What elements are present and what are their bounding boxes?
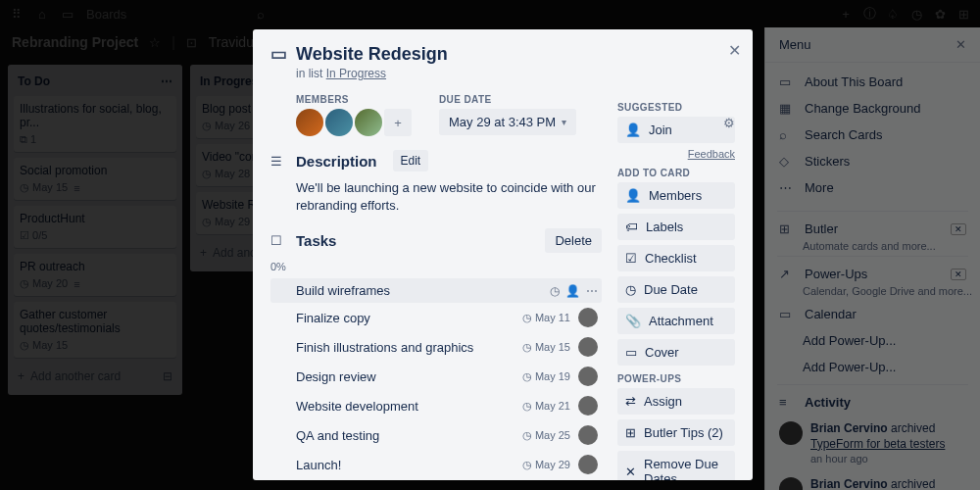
side-icon: ☑: [625, 251, 637, 266]
task-date[interactable]: ◷ May 29: [522, 459, 570, 471]
task-avatar[interactable]: [578, 425, 598, 445]
task-avatar[interactable]: [578, 337, 598, 357]
task-avatar[interactable]: [578, 367, 598, 386]
user-icon: 👤: [625, 122, 641, 137]
checklist-item[interactable]: Finish illustrations and graphics◷ May 1…: [270, 332, 602, 362]
task-avatar[interactable]: [578, 396, 598, 416]
card-modal: ✕ ▭ Website Redesign in list In Progress…: [253, 29, 753, 480]
task-date[interactable]: ◷ May 19: [522, 370, 570, 383]
powerup-button[interactable]: ⇄Assign: [617, 388, 735, 415]
more-icon[interactable]: ⋯: [586, 284, 598, 298]
suggested-label: SUGGESTED: [617, 102, 735, 113]
add-member-button[interactable]: +: [384, 109, 412, 136]
powerup-button[interactable]: ✕Remove Due Dates: [617, 451, 735, 480]
powerups-label: POWER-UPS: [617, 373, 735, 384]
side-button[interactable]: ◷Due Date: [617, 276, 735, 303]
member-avatar[interactable]: [296, 109, 323, 136]
edit-button[interactable]: Edit: [393, 150, 429, 172]
add-to-card-label: ADD TO CARD: [617, 168, 735, 178]
card-icon: ▭: [270, 43, 286, 65]
clock-icon[interactable]: ◷: [550, 284, 560, 298]
side-button[interactable]: 📎Attachment: [617, 308, 735, 334]
due-date-button[interactable]: May 29 at 3:43 PM▾: [439, 109, 576, 135]
close-icon[interactable]: ✕: [728, 41, 741, 60]
member-avatar[interactable]: [355, 109, 382, 136]
task-avatar[interactable]: [578, 308, 598, 327]
checklist-item[interactable]: QA and testing◷ May 25: [270, 420, 602, 450]
member-avatar[interactable]: [325, 109, 353, 136]
task-date[interactable]: ◷ May 25: [522, 429, 570, 442]
side-button[interactable]: ☑Checklist: [617, 245, 735, 271]
side-icon: 🏷: [625, 220, 638, 234]
gear-icon[interactable]: ⚙: [723, 116, 735, 130]
side-button[interactable]: 👤Members: [617, 182, 735, 209]
list-link[interactable]: In Progress: [326, 67, 386, 80]
feedback-link[interactable]: Feedback: [617, 148, 735, 160]
checklist-icon: ☐: [270, 233, 286, 248]
side-icon: 👤: [625, 188, 641, 203]
members-label: MEMBERS: [296, 94, 412, 105]
checklist-item[interactable]: Website development◷ May 21: [270, 391, 602, 420]
side-button[interactable]: ▭Cover: [617, 339, 735, 366]
side-icon: ◷: [625, 282, 636, 297]
side-icon: ⇄: [625, 394, 636, 409]
side-button[interactable]: 🏷Labels: [617, 214, 735, 240]
card-title[interactable]: Website Redesign: [296, 44, 448, 65]
task-date[interactable]: ◷ May 11: [522, 312, 570, 324]
delete-button[interactable]: Delete: [545, 228, 602, 253]
checklist-item[interactable]: Finalize copy◷ May 11: [270, 303, 602, 332]
checklist-item[interactable]: Launch!◷ May 29: [270, 450, 602, 479]
checklist-item[interactable]: Build wireframes◷👤⋯: [270, 278, 602, 303]
join-button[interactable]: 👤Join: [617, 117, 735, 143]
description-title: Description: [296, 153, 377, 170]
side-icon: ⊞: [625, 425, 636, 440]
chevron-down-icon: ▾: [562, 117, 566, 127]
task-date[interactable]: ◷ May 15: [522, 341, 570, 354]
description-text[interactable]: We'll be launching a new website to coin…: [296, 179, 602, 215]
task-avatar[interactable]: [578, 455, 598, 474]
assign-icon[interactable]: 👤: [565, 284, 580, 298]
powerup-button[interactable]: ⊞Butler Tips (2): [617, 419, 735, 446]
side-icon: ▭: [625, 345, 637, 360]
task-date[interactable]: ◷ May 21: [522, 400, 570, 413]
checklist-item[interactable]: Design review◷ May 19: [270, 362, 602, 391]
description-icon: ☰: [270, 154, 286, 169]
progress-label: 0%: [270, 261, 602, 272]
side-icon: 📎: [625, 314, 641, 328]
due-date-label: DUE DATE: [439, 94, 576, 105]
side-icon: ✕: [625, 465, 636, 479]
checklist-title[interactable]: Tasks: [296, 232, 336, 249]
